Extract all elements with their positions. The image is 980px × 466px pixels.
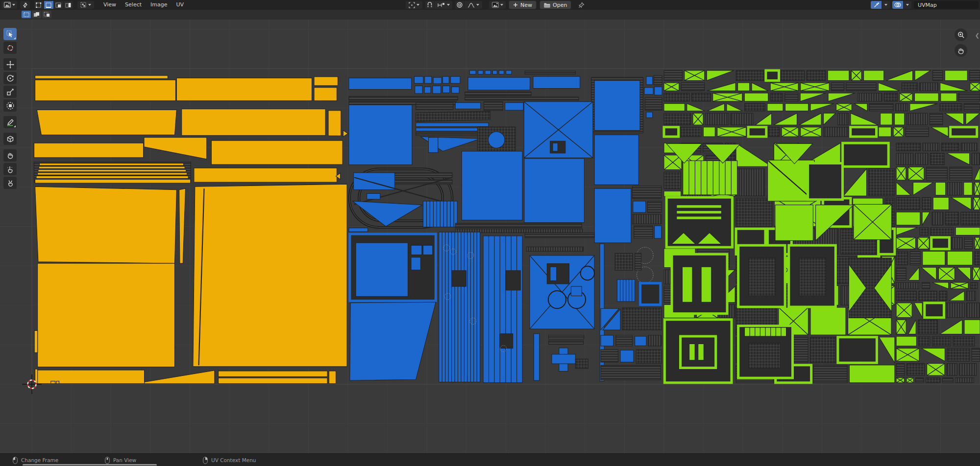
uv-island-face[interactable] — [939, 291, 947, 301]
uv-island-face[interactable] — [832, 83, 844, 91]
uv-island-face[interactable] — [736, 198, 772, 227]
uv-island-face[interactable] — [698, 344, 704, 360]
editor-type-dropdown[interactable] — [1, 1, 17, 9]
uv-island-face[interactable] — [931, 127, 948, 137]
select-mode-subtract[interactable] — [42, 11, 51, 18]
uv-island-face[interactable] — [930, 113, 943, 125]
grab-tool[interactable] — [3, 149, 17, 162]
pan-view-button[interactable] — [955, 44, 967, 57]
uv-island-face[interactable] — [615, 253, 633, 270]
uv-island-face[interactable] — [744, 93, 768, 101]
annotate-tool[interactable] — [3, 116, 17, 128]
uv-island-face[interactable] — [664, 93, 689, 101]
uv-island-face[interactable] — [854, 104, 867, 111]
uv-island-face[interactable] — [947, 251, 972, 265]
uv-island-face[interactable] — [951, 127, 977, 137]
pinch-tool[interactable] — [3, 177, 17, 189]
uv-island-face[interactable] — [947, 348, 970, 361]
uvmap-name-field[interactable]: UVMap — [914, 1, 979, 9]
uv-island-face[interactable] — [961, 143, 977, 151]
select-mode-set[interactable] — [22, 11, 31, 18]
uv-island-face[interactable] — [923, 143, 939, 151]
uv-island-face[interactable] — [664, 127, 679, 137]
uv-island-face[interactable] — [646, 112, 653, 118]
uv-island-face[interactable] — [755, 113, 771, 125]
uv-island-face[interactable] — [752, 83, 768, 91]
uv-island-face[interactable] — [144, 138, 207, 160]
uv-island-face[interactable] — [879, 337, 895, 363]
uv-island-face[interactable] — [429, 138, 438, 153]
uv-island-face[interactable] — [488, 132, 505, 148]
uv-island-face[interactable] — [947, 153, 970, 165]
uv-island-face[interactable] — [356, 243, 408, 297]
uv-island-face[interactable] — [915, 153, 928, 165]
uv-island-face[interactable] — [633, 201, 646, 212]
uv-island-face[interactable] — [959, 93, 980, 101]
zoom-in-button[interactable] — [955, 28, 967, 41]
uv-island-face[interactable] — [415, 76, 423, 83]
uv-island-face[interactable] — [916, 378, 924, 383]
uv-island-face[interactable] — [633, 214, 662, 224]
proportional-falloff-dropdown[interactable] — [465, 1, 482, 9]
uv-island-face[interactable] — [864, 70, 884, 81]
uv-island-face[interactable] — [636, 350, 662, 363]
new-image-button[interactable]: New — [509, 0, 537, 9]
uv-island-face[interactable] — [687, 104, 705, 111]
uv-island-face[interactable] — [469, 70, 476, 74]
uv-island-face[interactable] — [367, 193, 380, 199]
uv-island-face[interactable] — [807, 70, 825, 81]
uv-island-face[interactable] — [677, 205, 722, 209]
uv-island-face[interactable] — [749, 343, 781, 369]
uv-island-face[interactable] — [594, 188, 631, 243]
uv-island-face[interactable] — [964, 237, 972, 249]
uv-island-face[interactable] — [56, 381, 59, 384]
uv-island-face[interactable] — [219, 371, 327, 377]
pin-toggle[interactable] — [576, 1, 586, 9]
uv-island-face[interactable] — [919, 291, 937, 301]
uv-island-face[interactable] — [785, 104, 808, 111]
uv-island-face[interactable] — [601, 335, 613, 346]
uv-island-face[interactable] — [858, 93, 882, 101]
uv-island-face[interactable] — [945, 70, 967, 81]
uv-island-face[interactable] — [975, 251, 980, 265]
uv-island-face[interactable] — [948, 182, 961, 195]
uv-island-face[interactable] — [707, 83, 735, 91]
uv-island-face[interactable] — [424, 87, 431, 93]
region-resize-highlight[interactable] — [23, 464, 157, 466]
uv-island-face[interactable] — [896, 227, 918, 235]
uv-island-face[interactable] — [553, 143, 558, 151]
uv-island-face[interactable] — [51, 381, 55, 384]
uv-island-face[interactable] — [907, 364, 925, 376]
uv-island-face[interactable] — [923, 251, 945, 265]
uv-island-face[interactable] — [972, 348, 980, 361]
uv-island-face[interactable] — [914, 303, 923, 318]
transform-tool[interactable] — [3, 99, 17, 112]
uv-island-face[interactable] — [953, 336, 975, 346]
menu-select[interactable]: Select — [121, 0, 146, 10]
rip-region-tool[interactable] — [3, 133, 17, 145]
uv-island-face[interactable] — [970, 70, 980, 81]
uv-island-face[interactable] — [933, 197, 949, 210]
uv-island-face[interactable] — [896, 364, 905, 376]
uv-island-face[interactable] — [644, 88, 653, 94]
uv-island-face[interactable] — [967, 303, 980, 318]
select-mode-vertex[interactable] — [34, 1, 44, 9]
uv-island-face[interactable] — [36, 176, 188, 178]
uv-island-face[interactable] — [35, 75, 168, 79]
uv-island-face[interactable] — [869, 104, 893, 111]
uv-island-face[interactable] — [799, 113, 821, 125]
uv-island-face[interactable] — [770, 93, 783, 101]
uv-island-face[interactable] — [926, 378, 940, 383]
uv-island-face[interactable] — [425, 76, 432, 83]
uv-island-face[interactable] — [959, 364, 977, 376]
uv-island-face[interactable] — [176, 78, 312, 100]
uv-island-face[interactable] — [846, 83, 876, 91]
open-image-button[interactable]: Open — [539, 0, 571, 9]
uv-island-face[interactable] — [896, 104, 908, 111]
uv-island-face[interactable] — [961, 212, 980, 225]
uv-island-face[interactable] — [462, 151, 522, 220]
uv-island-face[interactable] — [646, 76, 653, 85]
uv-island-face[interactable] — [506, 271, 521, 290]
uv-island-face[interactable] — [941, 143, 959, 151]
uv-island-face[interactable] — [601, 350, 618, 362]
